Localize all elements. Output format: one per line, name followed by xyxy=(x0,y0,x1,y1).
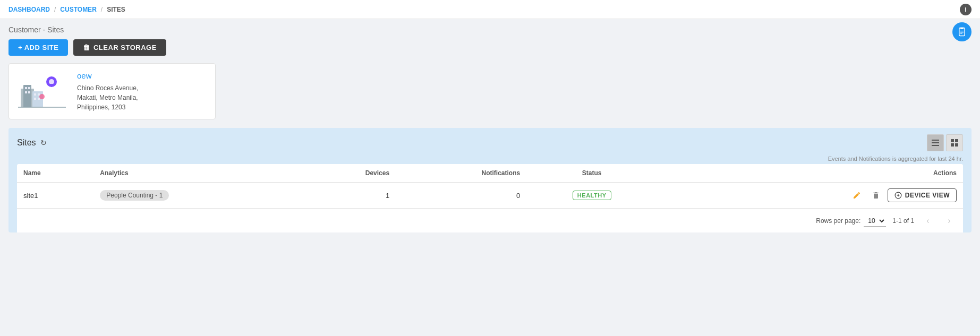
svg-rect-21 xyxy=(932,140,939,141)
address-line1: Chino Roces Avenue, xyxy=(77,84,138,92)
breadcrumb-customer[interactable]: CUSTOMER xyxy=(60,6,96,13)
site-card-name: oew xyxy=(77,71,209,80)
device-view-label: DEVICE VIEW xyxy=(905,192,950,199)
sites-title: Sites xyxy=(17,138,36,148)
table-footer: Rows per page: 10 25 50 1-1 of 1 ‹ › xyxy=(17,209,963,232)
device-view-icon xyxy=(894,192,902,199)
col-devices: Devices xyxy=(302,164,396,183)
svg-rect-14 xyxy=(34,98,36,100)
aggregation-note: Events and Notifications is aggregated f… xyxy=(17,156,963,162)
clear-storage-label: CLEAR STORAGE xyxy=(93,44,157,51)
customer-site-card[interactable]: oew Chino Roces Avenue, Makati, Metro Ma… xyxy=(8,63,216,119)
sites-table: Name Analytics Devices Notifications Sta… xyxy=(17,164,963,209)
device-view-button[interactable]: DEVICE VIEW xyxy=(888,188,957,202)
col-name: Name xyxy=(17,164,93,183)
table-row: site1 People Counting - 1 1 0 HEALTHY xyxy=(17,183,963,209)
cell-site-name: site1 xyxy=(17,183,93,209)
breadcrumb-sep-2: / xyxy=(101,6,103,13)
info-icon[interactable]: i xyxy=(960,4,972,15)
delete-icon xyxy=(872,191,880,200)
rows-per-page: Rows per page: 10 25 50 xyxy=(816,216,886,227)
svg-rect-11 xyxy=(28,91,30,93)
svg-rect-9 xyxy=(28,87,30,89)
svg-rect-27 xyxy=(955,143,958,147)
address-line2: Makati, Metro Manila, xyxy=(77,94,138,101)
refresh-icon[interactable]: ↻ xyxy=(40,139,47,147)
svg-rect-23 xyxy=(932,145,939,146)
sites-header: Sites ↻ xyxy=(17,134,963,151)
breadcrumb-sites: SITES xyxy=(107,6,125,13)
table-header-row: Name Analytics Devices Notifications Sta… xyxy=(17,164,963,183)
svg-rect-25 xyxy=(955,139,958,142)
list-view-button[interactable] xyxy=(927,134,944,151)
actions-cell: DEVICE VIEW xyxy=(663,188,957,203)
page-content: Customer - Sites + ADD SITE 🗑 CLEAR STOR… xyxy=(0,19,980,239)
col-status: Status xyxy=(526,164,657,183)
rows-per-page-select[interactable]: 10 25 50 xyxy=(864,216,886,227)
svg-rect-10 xyxy=(25,91,27,93)
pagination-info: 1-1 of 1 xyxy=(892,217,914,225)
svg-rect-24 xyxy=(951,139,954,142)
grid-view-icon xyxy=(951,139,958,147)
col-notifications: Notifications xyxy=(396,164,526,183)
sites-section: Sites ↻ xyxy=(8,128,972,232)
col-actions: Actions xyxy=(657,164,963,183)
svg-rect-22 xyxy=(932,142,939,143)
prev-page-button[interactable]: ‹ xyxy=(921,213,935,228)
grid-view-button[interactable] xyxy=(946,134,963,151)
svg-rect-1 xyxy=(960,28,964,29)
cell-notifications: 0 xyxy=(396,183,526,209)
svg-point-19 xyxy=(39,94,45,99)
svg-point-17 xyxy=(49,79,54,84)
add-site-button[interactable]: + ADD SITE xyxy=(8,39,68,56)
svg-rect-12 xyxy=(34,93,36,96)
breadcrumb-sep-1: / xyxy=(54,6,56,13)
page-title: Customer - Sites xyxy=(8,25,972,34)
breadcrumb-dashboard[interactable]: DASHBOARD xyxy=(8,6,50,13)
clipboard-icon-button[interactable] xyxy=(952,22,972,41)
svg-rect-26 xyxy=(951,143,954,147)
delete-button[interactable] xyxy=(868,188,883,203)
edit-icon xyxy=(853,191,861,200)
cell-devices: 1 xyxy=(302,183,396,209)
site-card-image xyxy=(15,70,69,113)
edit-button[interactable] xyxy=(849,188,864,203)
breadcrumb: DASHBOARD / CUSTOMER / SITES i xyxy=(0,0,980,19)
address-line3: Philippines, 1203 xyxy=(77,104,125,111)
cell-status: HEALTHY xyxy=(526,183,657,209)
action-buttons: + ADD SITE 🗑 CLEAR STORAGE xyxy=(8,39,972,56)
analytics-badge: People Counting - 1 xyxy=(100,190,169,201)
col-analytics: Analytics xyxy=(93,164,302,183)
site-card-info: oew Chino Roces Avenue, Makati, Metro Ma… xyxy=(77,71,209,112)
cell-analytics: People Counting - 1 xyxy=(93,183,302,209)
site-card-address: Chino Roces Avenue, Makati, Metro Manila… xyxy=(77,83,209,112)
list-view-icon xyxy=(932,139,939,147)
next-page-button[interactable]: › xyxy=(942,213,957,228)
svg-rect-13 xyxy=(38,93,40,96)
svg-rect-8 xyxy=(25,87,27,89)
clear-storage-button[interactable]: 🗑 CLEAR STORAGE xyxy=(73,39,166,56)
trash-icon: 🗑 xyxy=(83,44,90,51)
clipboard-svg xyxy=(957,27,967,37)
status-badge: HEALTHY xyxy=(573,191,611,200)
rows-per-page-label: Rows per page: xyxy=(816,217,860,225)
sites-header-actions xyxy=(927,134,963,151)
cell-actions: DEVICE VIEW xyxy=(657,183,963,209)
svg-rect-15 xyxy=(38,98,40,100)
site-illustration xyxy=(15,70,69,113)
